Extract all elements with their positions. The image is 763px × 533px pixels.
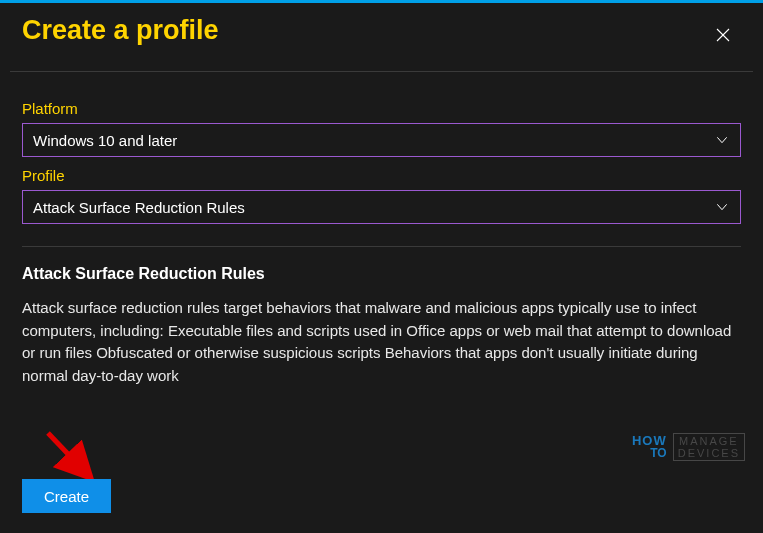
close-button[interactable] bbox=[705, 17, 741, 53]
watermark-box: MANAGE DEVICES bbox=[673, 433, 745, 461]
section-description: Attack surface reduction rules target be… bbox=[22, 297, 741, 387]
panel-header: Create a profile bbox=[0, 3, 763, 63]
create-button[interactable]: Create bbox=[22, 479, 111, 513]
watermark: HOW TO MANAGE DEVICES bbox=[632, 433, 745, 461]
profile-label: Profile bbox=[22, 167, 741, 184]
create-profile-panel: Create a profile Platform Windows 10 and… bbox=[0, 3, 763, 533]
panel-footer: Create bbox=[22, 479, 111, 513]
profile-value: Attack Surface Reduction Rules bbox=[33, 199, 245, 216]
panel-content: Platform Windows 10 and later Profile At… bbox=[0, 72, 763, 387]
chevron-down-icon bbox=[714, 132, 730, 148]
profile-dropdown[interactable]: Attack Surface Reduction Rules bbox=[22, 190, 741, 224]
close-icon bbox=[714, 26, 732, 44]
platform-dropdown[interactable]: Windows 10 and later bbox=[22, 123, 741, 157]
platform-value: Windows 10 and later bbox=[33, 132, 177, 149]
watermark-howto: HOW TO bbox=[632, 434, 667, 459]
chevron-down-icon bbox=[714, 199, 730, 215]
section-title: Attack Surface Reduction Rules bbox=[22, 265, 741, 283]
platform-label: Platform bbox=[22, 100, 741, 117]
panel-title: Create a profile bbox=[22, 15, 219, 46]
svg-line-3 bbox=[48, 433, 88, 475]
section-divider bbox=[22, 246, 741, 247]
